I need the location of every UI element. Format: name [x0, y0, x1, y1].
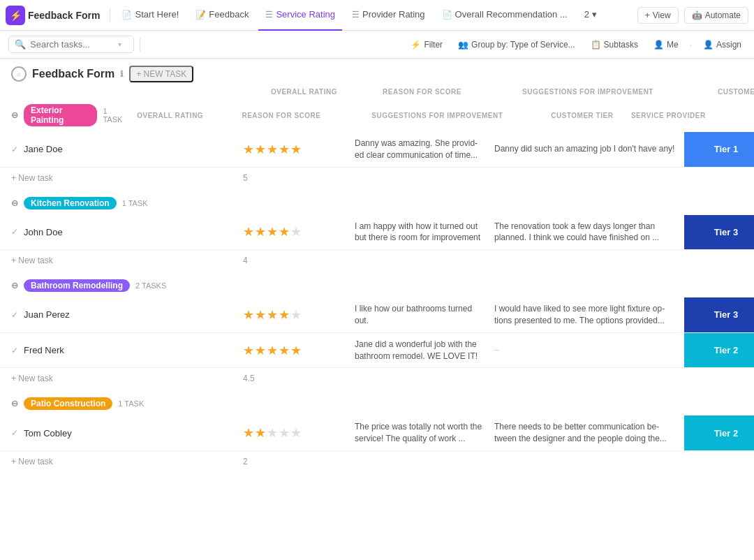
rating-cell: ★ ★ ★ ★ ★ — [237, 333, 349, 368]
star-3: ★ — [267, 425, 278, 441]
task-name-cell: ✓ Juan Perez — [0, 297, 237, 332]
assign-button[interactable]: 👤 Assign — [699, 37, 746, 52]
star-4: ★ — [279, 224, 290, 240]
tier-cell: Tier 3 — [684, 297, 754, 332]
rating-summary: 5 — [237, 170, 349, 186]
star-4: ★ — [279, 425, 290, 441]
stars: ★ ★ ★ ★ ★ — [243, 307, 302, 323]
star-3: ★ — [267, 307, 278, 323]
new-task-cell[interactable]: + New task — [0, 454, 237, 469]
star-2: ★ — [255, 343, 266, 358]
rating-cell: ★ ★ ★ ★ ★ — [237, 215, 349, 250]
automate-button[interactable]: 🤖 Automate — [684, 7, 748, 24]
tier-cell: Tier 1 — [684, 132, 754, 167]
tab-overall-recommendation[interactable]: 📄 Overall Recommendation ... — [435, 0, 575, 31]
col-overall-rating: OVERALL RATING — [271, 88, 383, 96]
group-bathroom-remodelling: ⊖ Bathroom Remodelling 2 TASKS ✓ Juan Pe… — [0, 274, 754, 389]
group-count-kitchen: 1 TASK — [122, 199, 148, 207]
page-header: ○ Feedback Form ℹ + NEW TASK — [0, 59, 754, 87]
suggestions-cell: I would have liked to see more light fix… — [489, 297, 684, 332]
group-header-bathroom: ⊖ Bathroom Remodelling 2 TASKS — [0, 274, 754, 297]
toolbar: 🔍 ▾ ⚡ Filter 👥 Group by: Type of Service… — [0, 31, 754, 59]
group-count-exterior: 1 TASK — [103, 107, 126, 124]
me-button[interactable]: 👤 Me — [649, 37, 683, 52]
group-count-bathroom: 2 TASKS — [135, 281, 166, 290]
col-header-reason-ext: REASON FOR SCORE — [242, 112, 366, 119]
summary-row: + New task 2 — [0, 451, 754, 472]
suggestions-cell: – — [489, 333, 684, 368]
task-name: Juan Perez — [24, 309, 70, 320]
check-icon: ✓ — [11, 145, 18, 154]
tier-badge: Tier 2 — [684, 333, 754, 368]
stars: ★ ★ ★ ★ ★ — [243, 343, 302, 358]
search-icon: 🔍 — [15, 39, 26, 50]
group-patio-construction: ⊖ Patio Construction 1 TASK ✓ Tom Cobley… — [0, 392, 754, 472]
check-icon: ✓ — [11, 310, 18, 320]
subtasks-button[interactable]: 📋 Subtasks — [586, 37, 642, 52]
star-4: ★ — [279, 343, 290, 358]
tier-cell: Tier 2 — [684, 415, 754, 450]
tab-feedback[interactable]: 📝 Feedback — [188, 0, 256, 31]
summary-row: + New task 4 — [0, 250, 754, 271]
reason-cell: I am happy with how it turned out but th… — [349, 215, 489, 250]
tab-service-rating[interactable]: ☰ Service Rating — [258, 0, 342, 31]
group-by-button[interactable]: 👥 Group by: Type of Service... — [454, 37, 579, 52]
group-toggle-kitchen[interactable]: ⊖ — [11, 198, 18, 208]
reason-cell: Danny was amazing. She provid- ed clear … — [349, 132, 489, 167]
chevron-down-icon: ▾ — [118, 40, 121, 48]
star-1: ★ — [243, 425, 254, 441]
tab-start-here[interactable]: 📄 Start Here! — [114, 0, 186, 31]
star-3: ★ — [267, 224, 278, 240]
nav-right: + View 🤖 Automate — [637, 7, 748, 24]
task-name: Fred Nerk — [24, 345, 64, 355]
suggestions-cell: The renovation took a few days longer th… — [489, 215, 684, 250]
tier-cell: Tier 2 — [684, 333, 754, 368]
star-5: ★ — [290, 425, 302, 441]
toolbar-divider — [140, 38, 140, 52]
feedback-icon: 📝 — [195, 10, 206, 20]
new-task-button[interactable]: + NEW TASK — [129, 66, 193, 82]
rating-summary: 2 — [237, 454, 349, 469]
summary-row: + New task 5 — [0, 168, 754, 189]
new-task-cell[interactable]: + New task — [0, 371, 237, 386]
new-task-cell[interactable]: + New task — [0, 170, 237, 186]
table-row: ✓ Jane Doe ★ ★ ★ ★ ★ Danny was amazing. … — [0, 132, 754, 168]
tab-provider-rating[interactable]: ☰ Provider Rating — [345, 0, 432, 31]
star-5: ★ — [290, 307, 302, 323]
view-button[interactable]: + View — [637, 7, 679, 24]
star-1: ★ — [243, 142, 254, 157]
col-header-tier-ext: CUSTOMER TIER — [551, 112, 626, 119]
group-label-bathroom: Bathroom Remodelling — [24, 279, 130, 292]
task-name: Tom Cobley — [24, 428, 72, 439]
rating-cell: ★ ★ ★ ★ ★ — [237, 132, 349, 167]
group-count-patio: 1 TASK — [118, 399, 144, 408]
chevron-down-icon: ▾ — [592, 9, 597, 20]
group-toggle-patio[interactable]: ⊖ — [11, 399, 18, 408]
toolbar-right: ⚡ Filter 👥 Group by: Type of Service... … — [406, 37, 746, 52]
app-title: Feedback Form — [28, 10, 100, 21]
check-icon: ✓ — [11, 346, 18, 355]
search-box[interactable]: 🔍 ▾ — [8, 36, 134, 53]
suggestions-cell: Danny did such an amazing job I don't ha… — [489, 132, 684, 167]
filter-button[interactable]: ⚡ Filter — [406, 37, 447, 52]
stars: ★ ★ ★ ★ ★ — [243, 224, 302, 240]
new-task-cell[interactable]: + New task — [0, 253, 237, 268]
stars: ★ ★ ★ ★ ★ — [243, 425, 302, 441]
star-5: ★ — [290, 343, 302, 358]
col-reason: REASON FOR SCORE — [383, 88, 522, 96]
page-title: Feedback Form — [32, 68, 114, 80]
tab-more[interactable]: 2 ▾ — [577, 0, 604, 31]
me-icon: 👤 — [653, 40, 664, 50]
group-label-kitchen: Kitchen Renovation — [24, 197, 117, 209]
search-input[interactable] — [30, 39, 114, 50]
star-5: ★ — [290, 142, 302, 157]
group-toggle-exterior[interactable]: ⊖ — [11, 110, 18, 120]
task-name: Jane Doe — [24, 144, 63, 154]
rating-summary: 4.5 — [237, 371, 349, 386]
group-toggle-bathroom[interactable]: ⊖ — [11, 281, 18, 290]
col-task — [34, 88, 271, 96]
filter-icon: ⚡ — [411, 40, 421, 50]
task-name-cell: ✓ Jane Doe — [0, 132, 237, 167]
star-3: ★ — [267, 142, 278, 157]
star-4: ★ — [279, 307, 290, 323]
